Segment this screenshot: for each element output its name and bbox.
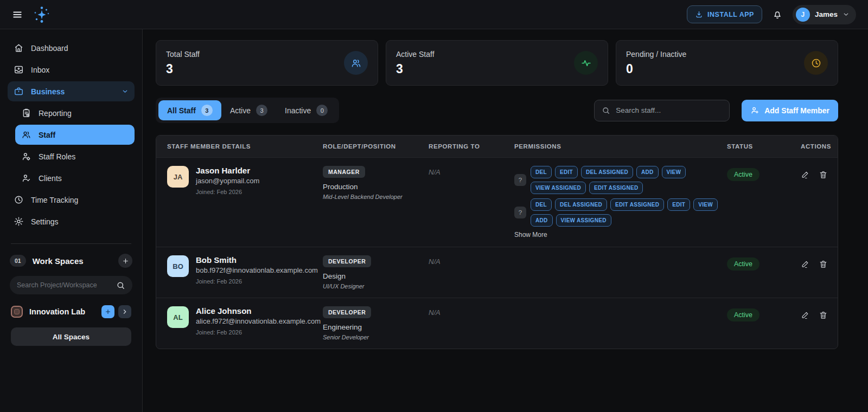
workspace-open-button[interactable] xyxy=(118,305,131,318)
notification-bell-icon[interactable] xyxy=(772,9,783,20)
stat-label: Pending / Inactive xyxy=(626,50,686,59)
status-badge: Active xyxy=(727,258,760,271)
sidebar: Dashboard Inbox Business Reporting xyxy=(0,29,143,412)
avatar: BO xyxy=(167,255,189,277)
sidebar-item-staff-roles[interactable]: Staff Roles xyxy=(15,146,135,166)
column-header-status: STATUS xyxy=(727,143,801,150)
sidebar-item-dashboard[interactable]: Dashboard xyxy=(8,38,135,58)
status-cell: Active xyxy=(727,255,801,271)
department: Design xyxy=(323,272,429,280)
actions-cell xyxy=(801,306,828,320)
permission-badge: VIEW ASSIGNED xyxy=(556,214,611,227)
clock-icon xyxy=(14,195,24,205)
home-icon xyxy=(14,43,24,53)
help-icon[interactable]: ? xyxy=(514,207,526,218)
workspace-search-input[interactable] xyxy=(17,281,116,289)
topbar-right-group: INSTALL APP J James xyxy=(687,5,856,24)
edit-pencil-icon[interactable] xyxy=(801,260,810,269)
tab-inactive[interactable]: Inactive 0 xyxy=(276,100,336,120)
permission-badge: ADD xyxy=(636,166,659,178)
show-more-link[interactable]: Show More xyxy=(514,231,727,239)
table-header-row: STAFF MEMBER DETAILS ROLE/DEPT/POSITION … xyxy=(156,136,838,157)
sidebar-item-time-tracking[interactable]: Time Tracking xyxy=(8,190,135,210)
sidebar-item-staff[interactable]: Staff xyxy=(15,125,135,145)
sidebar-item-label: Clients xyxy=(39,174,62,183)
permission-badges: DEL EDIT DEL ASSIGNED ADD VIEW VIEW ASSI… xyxy=(531,166,727,194)
status-badge: Active xyxy=(727,168,760,181)
download-icon xyxy=(695,10,703,18)
reporting-to-cell: N/A xyxy=(429,306,514,317)
column-header-actions: ACTIONS xyxy=(801,143,831,150)
table-row: AL Alice Johnson alice.f972f@innovationl… xyxy=(156,298,838,349)
member-email: alice.f972f@innovationlab.example.com xyxy=(196,317,321,325)
activity-pulse-icon xyxy=(574,51,598,75)
role-cell: DEVELOPER Engineering Senior Developer xyxy=(323,306,429,340)
workspaces-header: 01 Work Spaces xyxy=(8,254,135,268)
member-joined: Joined: Feb 2026 xyxy=(196,189,259,195)
sidebar-item-clients[interactable]: Clients xyxy=(15,168,135,188)
delete-trash-icon[interactable] xyxy=(819,260,828,269)
role-badge: DEVELOPER xyxy=(323,306,371,318)
workspaces-title: Work Spaces xyxy=(33,256,84,266)
app-logo-icon xyxy=(33,5,51,24)
member-details-cell: AL Alice Johnson alice.f972f@innovationl… xyxy=(167,306,323,336)
people-icon xyxy=(21,130,31,140)
hamburger-menu-icon[interactable] xyxy=(12,9,23,20)
permission-badge: EDIT xyxy=(667,198,690,211)
stat-label: Total Staff xyxy=(166,50,200,59)
sidebar-item-inbox[interactable]: Inbox xyxy=(8,60,135,80)
avatar: AL xyxy=(167,306,189,328)
permission-group: ? DEL DEL ASSIGNED EDIT ASSIGNED EDIT VI… xyxy=(514,198,727,227)
permission-badge: DEL xyxy=(531,198,552,211)
stat-value: 3 xyxy=(166,62,200,76)
person-plus-icon xyxy=(750,106,760,115)
member-details-cell: JA Jason Harlder jason@yopmail.com Joine… xyxy=(167,166,323,195)
sidebar-item-label: Staff xyxy=(39,131,55,139)
install-app-label: INSTALL APP xyxy=(707,11,754,18)
add-workspace-button[interactable] xyxy=(118,254,132,268)
stat-value: 0 xyxy=(626,62,686,76)
tab-active[interactable]: Active 3 xyxy=(221,100,276,120)
member-joined: Joined: Feb 2026 xyxy=(196,329,321,336)
user-name: James xyxy=(815,10,838,18)
sidebar-item-business[interactable]: Business xyxy=(8,81,135,101)
table-row: JA Jason Harlder jason@yopmail.com Joine… xyxy=(156,157,838,247)
permission-badges: DEL DEL ASSIGNED EDIT ASSIGNED EDIT VIEW… xyxy=(531,198,727,227)
table-row: BO Bob Smith bob.f972f@innovationlab.exa… xyxy=(156,247,838,298)
workspace-add-button[interactable] xyxy=(101,305,114,318)
person-check-icon xyxy=(21,173,31,183)
delete-trash-icon[interactable] xyxy=(819,170,828,179)
workspace-search xyxy=(10,276,132,294)
clipboard-report-icon xyxy=(21,108,31,118)
workspace-count-badge: 01 xyxy=(10,255,26,267)
add-staff-member-button[interactable]: Add Staff Member xyxy=(742,100,838,121)
staff-controls: All Staff 3 Active 3 Inactive 0 xyxy=(156,98,838,123)
tab-all-staff[interactable]: All Staff 3 xyxy=(158,100,221,120)
staff-search-input[interactable] xyxy=(616,106,722,114)
user-menu[interactable]: J James xyxy=(793,5,856,24)
member-name: Alice Johnson xyxy=(196,306,321,316)
staff-tabs: All Staff 3 Active 3 Inactive 0 xyxy=(156,98,339,123)
stat-card-total-staff: Total Staff 3 xyxy=(156,40,378,86)
stat-card-pending-inactive: Pending / Inactive 0 xyxy=(616,40,838,86)
help-icon[interactable]: ? xyxy=(514,174,526,186)
position: Mid-Level Backend Developer xyxy=(323,194,429,200)
edit-pencil-icon[interactable] xyxy=(801,170,810,179)
add-staff-member-label: Add Staff Member xyxy=(764,106,829,115)
all-spaces-button[interactable]: All Spaces xyxy=(11,327,131,346)
permission-badge: DEL ASSIGNED xyxy=(581,166,633,178)
install-app-button[interactable]: INSTALL APP xyxy=(687,5,762,23)
sidebar-item-reporting[interactable]: Reporting xyxy=(15,103,135,123)
sidebar-item-label: Settings xyxy=(31,217,59,226)
member-email: jason@yopmail.com xyxy=(196,177,259,185)
sidebar-item-label: Staff Roles xyxy=(39,152,75,161)
tab-count-badge: 3 xyxy=(256,105,267,116)
workspace-icon xyxy=(11,306,23,318)
people-icon xyxy=(344,51,368,75)
delete-trash-icon[interactable] xyxy=(819,311,828,320)
main-content: Total Staff 3 Active Staff 3 Pending / xyxy=(143,29,868,412)
workspace-item-innovation-lab[interactable]: Innovation Lab xyxy=(11,305,131,318)
topbar: INSTALL APP J James xyxy=(0,0,868,29)
sidebar-item-settings[interactable]: Settings xyxy=(8,211,135,231)
edit-pencil-icon[interactable] xyxy=(801,311,810,320)
